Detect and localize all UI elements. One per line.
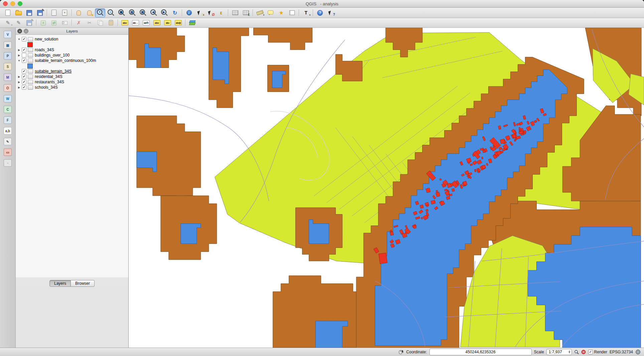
tool-deselect-features[interactable]: ∅	[205, 8, 216, 17]
tool-zoom-out[interactable]: −	[106, 8, 116, 17]
crs-globe-icon[interactable]	[635, 349, 641, 355]
layer-expand-arrow[interactable]: ▶	[17, 54, 21, 57]
tab-browser[interactable]: Browser	[71, 280, 95, 287]
tool-select-by-expression[interactable]: ε	[216, 8, 226, 17]
tool-rotate-label[interactable]: ab↻	[141, 18, 151, 27]
tool-save-project[interactable]	[24, 8, 34, 17]
layer-checkbox[interactable]: ✓	[22, 80, 26, 84]
layer-expand-arrow[interactable]: ▶	[17, 81, 21, 84]
tool-zoom-to-layer[interactable]: ▤	[138, 8, 148, 17]
tool-current-edits[interactable]: ✎▾	[3, 18, 13, 27]
tool-show-bookmarks[interactable]	[287, 8, 297, 17]
mouse-position-icon[interactable]	[399, 350, 404, 354]
tool-add-oracle-layer[interactable]: O	[2, 83, 13, 93]
tool-open-attribute-table[interactable]	[230, 8, 240, 17]
layer-expand-arrow[interactable]: ▼	[17, 59, 21, 62]
tool-processing-toolbox[interactable]	[187, 18, 198, 27]
map-canvas[interactable]	[129, 28, 644, 348]
tool-zoom-full[interactable]: ▦	[116, 8, 127, 17]
tool-text-annotation[interactable]: T▾	[301, 8, 311, 17]
tool-new-shapefile-layer[interactable]: ✎	[2, 137, 13, 146]
layer-name[interactable]: schools_34S	[35, 85, 58, 90]
tool-paste-features[interactable]	[106, 18, 116, 27]
tool-pin-labels[interactable]: ab•	[162, 18, 173, 27]
minimize-window-button[interactable]	[10, 1, 15, 6]
tool-pan-map-to-selection[interactable]: ★	[84, 8, 95, 17]
tool-new-project[interactable]	[3, 8, 13, 17]
panel-close-icon[interactable]: ×	[17, 29, 22, 33]
close-window-button[interactable]	[3, 1, 8, 6]
tool-move-feature[interactable]: ⇄	[49, 18, 59, 27]
tool-move-label[interactable]: ab↔	[130, 18, 141, 27]
tool-add-vector-layer[interactable]: V	[2, 30, 13, 39]
layer-checkbox[interactable]: ✓	[22, 69, 26, 74]
tool-change-label[interactable]: abc	[152, 18, 162, 27]
magnifier-icon[interactable]	[574, 350, 579, 354]
layer-checkbox[interactable]: ✓	[22, 58, 26, 63]
tool-zoom-next[interactable]: ▶	[159, 8, 169, 17]
tool-new-bookmark[interactable]: ★	[276, 8, 286, 17]
tool-help-contents[interactable]: ?	[315, 8, 325, 17]
tool-composer-manager[interactable]: +	[59, 8, 70, 17]
tool-add-raster-layer[interactable]: ▦	[2, 40, 13, 50]
tool-toggle-editing[interactable]: ✎	[13, 18, 24, 27]
tool-map-tips[interactable]	[265, 8, 276, 17]
zoom-window-button[interactable]	[18, 1, 22, 6]
tool-save-project-as[interactable]: ✎	[35, 8, 45, 17]
tool-add-delimited-text-layer[interactable]: a,b	[2, 126, 13, 136]
scale-combo[interactable]: ▲▼	[546, 349, 572, 355]
layer-expand-arrow[interactable]: ▶	[17, 75, 21, 78]
tool-cut-features[interactable]: ✂	[84, 18, 95, 27]
render-checkbox[interactable]: ✓ Render	[588, 350, 607, 354]
tool-node-tool[interactable]	[59, 18, 70, 27]
layer-expand-arrow[interactable]: ▼	[17, 38, 21, 41]
tool-add-postgis-layer[interactable]: P	[2, 51, 13, 61]
layer-checkbox[interactable]: ✓	[22, 48, 26, 52]
layer-expand-arrow[interactable]: ▶	[17, 86, 21, 89]
tool-add-feature[interactable]: +	[38, 18, 48, 27]
layer-name[interactable]: roads_34S	[35, 48, 54, 52]
layer-name[interactable]: suitable_terrain_continuous_100m	[35, 58, 96, 63]
tool-whats-this[interactable]: ?	[326, 8, 336, 17]
layer-checkbox[interactable]: ✓	[22, 74, 26, 79]
tool-copy-features[interactable]	[95, 18, 105, 27]
scale-combo-arrows-icon[interactable]: ▲▼	[568, 350, 570, 354]
tool-new-print-composer[interactable]	[49, 8, 59, 17]
layer-checkbox[interactable]	[22, 53, 26, 58]
tool-remove-layer-group[interactable]: ▭	[2, 148, 13, 157]
tool-labeling[interactable]: abc	[120, 18, 130, 27]
tool-show-hide-labels[interactable]: ab◎	[173, 18, 183, 27]
layer-symbol-swatch[interactable]	[27, 64, 33, 69]
scale-input[interactable]	[549, 350, 567, 354]
tool-add-mssql-layer[interactable]: M	[2, 73, 13, 82]
tool-add-wcs-layer[interactable]: C	[2, 105, 13, 114]
tool-field-calculator[interactable]: Σ	[241, 8, 251, 17]
tool-zoom-to-selection[interactable]: ▨	[127, 8, 137, 17]
tool-zoom-last[interactable]: ◀	[148, 8, 159, 17]
tool-refresh-map[interactable]: ↻	[170, 8, 180, 17]
tool-select-features[interactable]: □▾	[195, 8, 205, 17]
stop-render-icon[interactable]	[581, 350, 586, 354]
tab-layers[interactable]: Layers	[49, 280, 71, 287]
tool-zoom-in[interactable]: +	[95, 8, 105, 17]
layer-symbol-swatch[interactable]	[27, 42, 33, 47]
tool-add-wms-layer[interactable]: W	[2, 94, 13, 103]
tool-identify-features[interactable]: i	[184, 8, 194, 17]
tool-save-layer-edits[interactable]: ✎	[24, 18, 34, 27]
layer-name[interactable]: residential_34S	[35, 74, 62, 79]
tool-delete-selected[interactable]: ✗	[74, 18, 84, 27]
tool-add-spatialite-layer[interactable]: S	[2, 62, 13, 71]
tool-pan-map[interactable]	[74, 8, 84, 17]
tool-open-project[interactable]	[13, 8, 24, 17]
tool-selection-tool[interactable]: ▫	[2, 158, 13, 168]
layer-name[interactable]: restaurants_34S	[35, 80, 64, 84]
coordinate-input[interactable]	[429, 349, 532, 355]
tool-add-wfs-layer[interactable]: F	[2, 115, 13, 125]
layer-name[interactable]: suitable_terrain_34S	[35, 69, 72, 74]
tool-measure-line[interactable]: ▾	[255, 8, 265, 17]
layer-expand-arrow[interactable]: ▶	[17, 49, 21, 52]
render-checkbox-box[interactable]: ✓	[588, 350, 593, 354]
layer-checkbox[interactable]: ✓	[22, 85, 26, 90]
panel-detach-icon[interactable]: □	[24, 29, 28, 33]
layer-checkbox[interactable]: ✓	[22, 37, 26, 41]
